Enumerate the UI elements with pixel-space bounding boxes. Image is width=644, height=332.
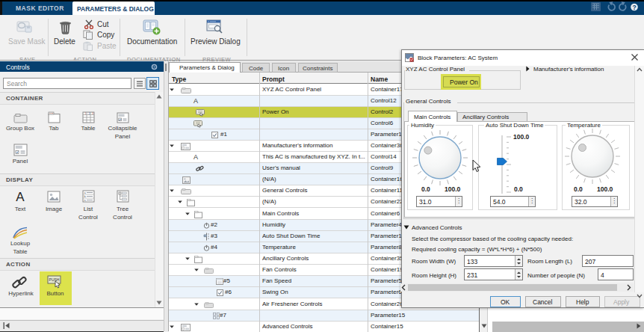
svg-text:1: 1	[84, 112, 86, 115]
svg-text:3: 3	[92, 112, 93, 115]
svg-text:2: 2	[88, 112, 90, 115]
svg-text:?: ?	[632, 4, 636, 11]
svg-text:n: n	[84, 198, 86, 202]
svg-text:PUSH: PUSH	[49, 277, 60, 282]
